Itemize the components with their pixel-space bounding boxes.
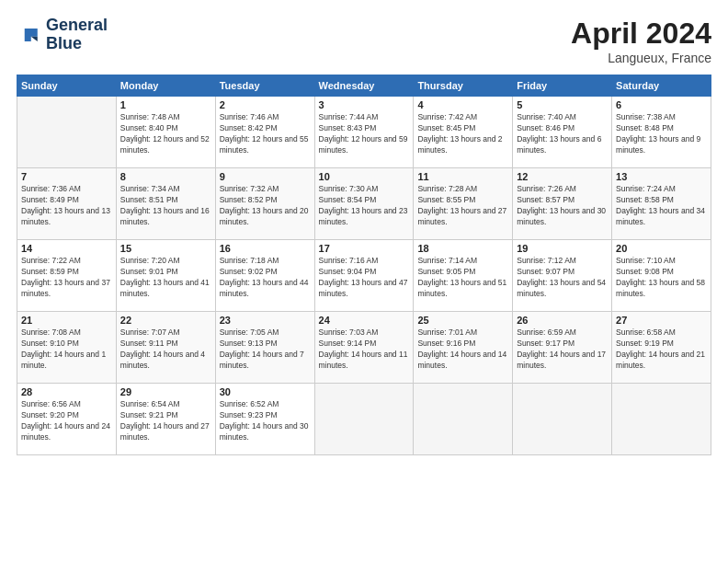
logo-icon <box>17 22 42 48</box>
logo: General Blue <box>17 17 108 53</box>
calendar-day: 3Sunrise: 7:44 AMSunset: 8:43 PMDaylight… <box>314 97 414 168</box>
day-number: 24 <box>319 315 410 326</box>
calendar-day: 10Sunrise: 7:30 AMSunset: 8:54 PMDayligh… <box>314 168 414 240</box>
day-info: Sunrise: 7:16 AMSunset: 9:04 PMDaylight:… <box>319 256 410 300</box>
calendar-day <box>314 384 414 455</box>
day-number: 18 <box>417 243 508 254</box>
day-info: Sunrise: 6:52 AMSunset: 9:23 PMDaylight:… <box>220 399 311 443</box>
calendar-week-1: 1Sunrise: 7:48 AMSunset: 8:40 PMDaylight… <box>17 97 711 168</box>
day-info: Sunrise: 7:05 AMSunset: 9:13 PMDaylight:… <box>220 327 311 372</box>
day-number: 30 <box>220 386 311 397</box>
calendar-day <box>17 97 117 168</box>
calendar-day <box>513 384 612 455</box>
calendar-day: 20Sunrise: 7:10 AMSunset: 9:08 PMDayligh… <box>612 240 711 312</box>
calendar-table: SundayMondayTuesdayWednesdayThursdayFrid… <box>17 75 711 455</box>
day-info: Sunrise: 7:03 AMSunset: 9:14 PMDaylight:… <box>319 327 410 372</box>
day-number: 28 <box>21 386 112 397</box>
calendar-day: 30Sunrise: 6:52 AMSunset: 9:23 PMDayligh… <box>215 384 314 455</box>
calendar-day: 18Sunrise: 7:14 AMSunset: 9:05 PMDayligh… <box>414 240 513 312</box>
day-info: Sunrise: 6:58 AMSunset: 9:19 PMDaylight:… <box>616 327 707 372</box>
calendar-day: 27Sunrise: 6:58 AMSunset: 9:19 PMDayligh… <box>612 312 711 384</box>
calendar-day: 11Sunrise: 7:28 AMSunset: 8:55 PMDayligh… <box>414 168 513 240</box>
day-info: Sunrise: 7:44 AMSunset: 8:43 PMDaylight:… <box>319 112 410 156</box>
day-number: 29 <box>120 386 211 397</box>
day-number: 27 <box>616 315 707 326</box>
calendar-day: 29Sunrise: 6:54 AMSunset: 9:21 PMDayligh… <box>116 384 215 455</box>
calendar-day: 28Sunrise: 6:56 AMSunset: 9:20 PMDayligh… <box>17 384 117 455</box>
day-number: 23 <box>220 315 311 326</box>
day-number: 5 <box>517 99 608 110</box>
calendar-day: 17Sunrise: 7:16 AMSunset: 9:04 PMDayligh… <box>314 240 414 312</box>
calendar-day: 24Sunrise: 7:03 AMSunset: 9:14 PMDayligh… <box>314 312 414 384</box>
day-number: 22 <box>120 315 211 326</box>
day-info: Sunrise: 7:34 AMSunset: 8:51 PMDaylight:… <box>120 184 211 228</box>
calendar-day <box>414 384 513 455</box>
calendar-day: 15Sunrise: 7:20 AMSunset: 9:01 PMDayligh… <box>116 240 215 312</box>
day-info: Sunrise: 7:01 AMSunset: 9:16 PMDaylight:… <box>417 327 508 372</box>
calendar-day: 9Sunrise: 7:32 AMSunset: 8:52 PMDaylight… <box>215 168 314 240</box>
weekday-header-tuesday: Tuesday <box>215 75 314 97</box>
calendar-week-4: 21Sunrise: 7:08 AMSunset: 9:10 PMDayligh… <box>17 312 711 384</box>
day-info: Sunrise: 6:56 AMSunset: 9:20 PMDaylight:… <box>21 399 112 443</box>
day-info: Sunrise: 7:20 AMSunset: 9:01 PMDaylight:… <box>120 256 211 300</box>
title-block: April 2024 Langueux, France <box>571 17 711 65</box>
day-number: 26 <box>517 315 608 326</box>
calendar-day <box>612 384 711 455</box>
day-number: 1 <box>120 99 211 110</box>
calendar-week-3: 14Sunrise: 7:22 AMSunset: 8:59 PMDayligh… <box>17 240 711 312</box>
day-number: 12 <box>517 171 608 182</box>
day-info: Sunrise: 6:59 AMSunset: 9:17 PMDaylight:… <box>517 327 608 372</box>
svg-marker-1 <box>31 37 38 41</box>
day-info: Sunrise: 7:07 AMSunset: 9:11 PMDaylight:… <box>120 327 211 372</box>
calendar-day: 22Sunrise: 7:07 AMSunset: 9:11 PMDayligh… <box>116 312 215 384</box>
day-info: Sunrise: 7:18 AMSunset: 9:02 PMDaylight:… <box>220 256 311 300</box>
day-info: Sunrise: 7:42 AMSunset: 8:45 PMDaylight:… <box>417 112 508 156</box>
day-number: 21 <box>21 315 112 326</box>
weekday-header-thursday: Thursday <box>414 75 513 97</box>
day-number: 19 <box>517 243 608 254</box>
day-number: 15 <box>120 243 211 254</box>
day-info: Sunrise: 6:54 AMSunset: 9:21 PMDaylight:… <box>120 399 211 443</box>
day-info: Sunrise: 7:28 AMSunset: 8:55 PMDaylight:… <box>417 184 508 228</box>
calendar-week-2: 7Sunrise: 7:36 AMSunset: 8:49 PMDaylight… <box>17 168 711 240</box>
day-number: 6 <box>616 99 707 110</box>
day-number: 2 <box>220 99 311 110</box>
month-title: April 2024 <box>571 17 711 51</box>
header: General Blue April 2024 Langueux, France <box>17 17 711 65</box>
location: Langueux, France <box>571 51 711 65</box>
calendar-day: 16Sunrise: 7:18 AMSunset: 9:02 PMDayligh… <box>215 240 314 312</box>
calendar-day: 5Sunrise: 7:40 AMSunset: 8:46 PMDaylight… <box>513 97 612 168</box>
day-info: Sunrise: 7:14 AMSunset: 9:05 PMDaylight:… <box>417 256 508 300</box>
calendar-day: 4Sunrise: 7:42 AMSunset: 8:45 PMDaylight… <box>414 97 513 168</box>
calendar-day: 12Sunrise: 7:26 AMSunset: 8:57 PMDayligh… <box>513 168 612 240</box>
weekday-header-wednesday: Wednesday <box>314 75 414 97</box>
day-number: 3 <box>319 99 410 110</box>
day-info: Sunrise: 7:26 AMSunset: 8:57 PMDaylight:… <box>517 184 608 228</box>
day-info: Sunrise: 7:36 AMSunset: 8:49 PMDaylight:… <box>21 184 112 228</box>
calendar-day: 2Sunrise: 7:46 AMSunset: 8:42 PMDaylight… <box>215 97 314 168</box>
day-number: 8 <box>120 171 211 182</box>
calendar-day: 21Sunrise: 7:08 AMSunset: 9:10 PMDayligh… <box>17 312 117 384</box>
day-number: 9 <box>220 171 311 182</box>
weekday-header-saturday: Saturday <box>612 75 711 97</box>
calendar-day: 7Sunrise: 7:36 AMSunset: 8:49 PMDaylight… <box>17 168 117 240</box>
day-number: 14 <box>21 243 112 254</box>
day-info: Sunrise: 7:38 AMSunset: 8:48 PMDaylight:… <box>616 112 707 156</box>
day-info: Sunrise: 7:08 AMSunset: 9:10 PMDaylight:… <box>21 327 112 372</box>
day-info: Sunrise: 7:24 AMSunset: 8:58 PMDaylight:… <box>616 184 707 228</box>
page: General Blue April 2024 Langueux, France… <box>0 0 728 563</box>
calendar-day: 19Sunrise: 7:12 AMSunset: 9:07 PMDayligh… <box>513 240 612 312</box>
day-number: 11 <box>417 171 508 182</box>
day-number: 25 <box>417 315 508 326</box>
day-number: 10 <box>319 171 410 182</box>
weekday-header-row: SundayMondayTuesdayWednesdayThursdayFrid… <box>17 75 711 97</box>
day-number: 4 <box>417 99 508 110</box>
calendar-day: 26Sunrise: 6:59 AMSunset: 9:17 PMDayligh… <box>513 312 612 384</box>
day-number: 7 <box>21 171 112 182</box>
day-info: Sunrise: 7:10 AMSunset: 9:08 PMDaylight:… <box>616 256 707 300</box>
calendar-day: 25Sunrise: 7:01 AMSunset: 9:16 PMDayligh… <box>414 312 513 384</box>
weekday-header-friday: Friday <box>513 75 612 97</box>
day-number: 20 <box>616 243 707 254</box>
day-info: Sunrise: 7:46 AMSunset: 8:42 PMDaylight:… <box>220 112 311 156</box>
day-info: Sunrise: 7:32 AMSunset: 8:52 PMDaylight:… <box>220 184 311 228</box>
